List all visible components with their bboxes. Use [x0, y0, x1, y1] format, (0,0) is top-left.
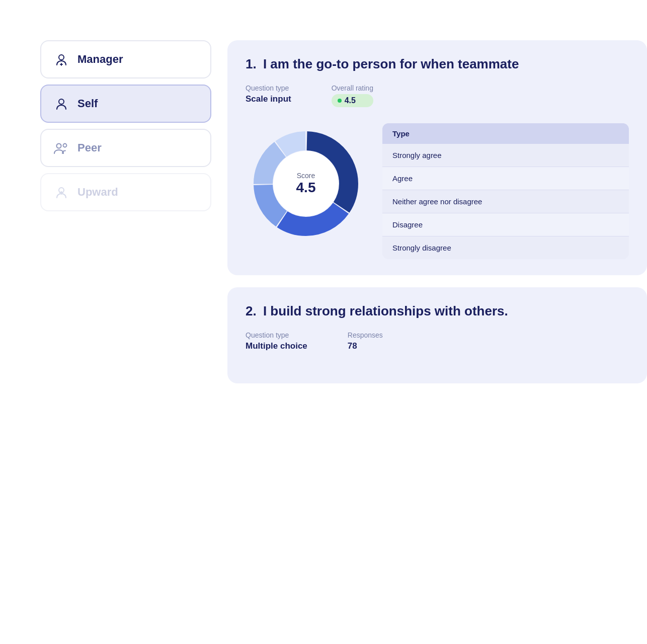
rating-value: 4.5 [345, 96, 356, 105]
svg-point-2 [57, 144, 61, 148]
question-1-title: 1. I am the go-to person for when teamma… [246, 56, 629, 72]
rating-badge: 4.5 [332, 94, 373, 107]
question-type-block: Question type Scale input [246, 84, 291, 107]
upward-icon [53, 184, 69, 200]
sidebar-item-peer[interactable]: Peer [40, 129, 211, 167]
table-row: Neither agree nor disagree [382, 190, 629, 213]
response-table: Type Strongly agree Agree Neither agree … [382, 123, 629, 259]
sidebar-item-self-label: Self [77, 97, 98, 110]
question-2-title: 2. I build strong relationships with oth… [246, 303, 629, 319]
svg-point-3 [63, 144, 67, 147]
table-row: Agree [382, 167, 629, 190]
table-row: Strongly agree [382, 144, 629, 167]
sidebar-item-manager-label: Manager [77, 53, 123, 66]
question-1-card: 1. I am the go-to person for when teamma… [227, 40, 647, 275]
q2-question-type-value: Multiple choice [246, 341, 307, 351]
question-type-label: Question type [246, 84, 291, 92]
q2-question-type-block: Question type Multiple choice [246, 331, 307, 351]
peer-icon [53, 140, 69, 156]
overall-rating-block: Overall rating 4.5 [332, 84, 373, 107]
chart-section: Score 4.5 Type Strongly agree Agree Neit… [246, 123, 629, 259]
svg-point-0 [59, 55, 64, 60]
table-row: Disagree [382, 213, 629, 236]
donut-chart: Score 4.5 [246, 123, 366, 244]
question-2-meta: Question type Multiple choice Responses … [246, 331, 629, 351]
sidebar-item-upward: Upward [40, 173, 211, 211]
sidebar-item-upward-label: Upward [77, 186, 118, 199]
q2-responses-block: Responses 78 [348, 331, 383, 351]
donut-score-label: Score [296, 172, 316, 180]
sidebar-item-manager[interactable]: Manager [40, 40, 211, 78]
sidebar: Manager Self Peer [40, 40, 211, 211]
q2-responses-value: 78 [348, 341, 383, 351]
table-header: Type [382, 123, 629, 144]
q2-responses-label: Responses [348, 331, 383, 339]
manager-icon [53, 51, 69, 67]
rating-dot [338, 99, 342, 103]
self-icon [53, 96, 69, 112]
overall-rating-label: Overall rating [332, 84, 373, 92]
question-1-meta: Question type Scale input Overall rating… [246, 84, 629, 107]
q2-question-type-label: Question type [246, 331, 307, 339]
table-row: Strongly disagree [382, 236, 629, 259]
main-content: 1. I am the go-to person for when teamma… [227, 40, 647, 383]
question-2-card: 2. I build strong relationships with oth… [227, 287, 647, 383]
sidebar-item-self[interactable]: Self [40, 85, 211, 123]
donut-score-value: 4.5 [296, 180, 316, 196]
question-type-value: Scale input [246, 94, 291, 104]
sidebar-item-peer-label: Peer [77, 141, 102, 154]
svg-point-1 [59, 99, 64, 104]
donut-center: Score 4.5 [296, 172, 316, 196]
